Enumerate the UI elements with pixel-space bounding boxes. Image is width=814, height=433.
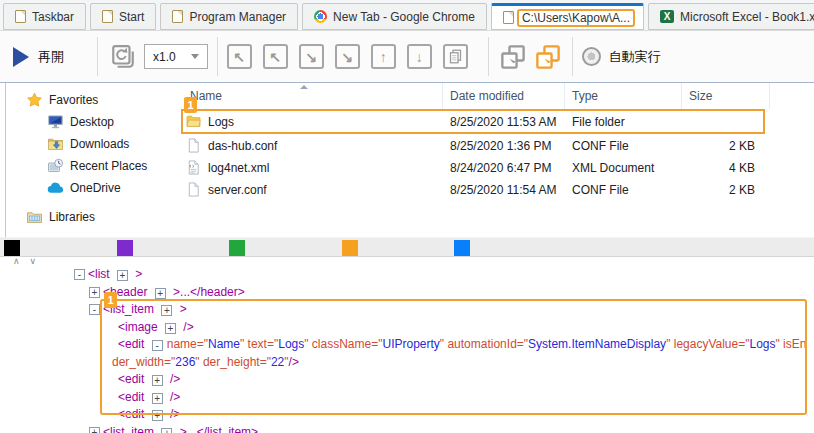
- tree-token: " className=": [304, 337, 382, 351]
- tree-node[interactable]: <edit + />: [0, 389, 814, 407]
- file-row-server-conf[interactable]: server.conf8/25/2020 11:54 AMCONF File2 …: [183, 179, 763, 200]
- tree-node[interactable]: der_width="236" der_height="22"/>: [0, 354, 814, 372]
- sidebar-item-label: Favorites: [49, 93, 98, 107]
- arrow-up-left-button[interactable]: ↖: [263, 44, 288, 69]
- sort-ascending-icon: [300, 85, 308, 89]
- arrow-down-right-button[interactable]: ↘: [299, 44, 324, 69]
- file-name: das-hub.conf: [208, 139, 277, 153]
- attr-expander-icon[interactable]: +: [161, 428, 172, 433]
- splitter-collapse-buttons[interactable]: ∧∨: [13, 257, 46, 266]
- attr-expander-icon[interactable]: +: [165, 323, 176, 334]
- tree-node[interactable]: -<list + >: [0, 266, 814, 284]
- tab-microsoft-excel-book1-xlsx[interactable]: Microsoft Excel - Book1.xlsx: [648, 3, 814, 30]
- color-swatch-4: [342, 240, 358, 256]
- file-row-logs[interactable]: 1Logs8/25/2020 11:53 AMFile folder: [183, 111, 763, 132]
- tab-c-users-kapow-a[interactable]: C:\Users\Kapow\A...: [491, 3, 644, 30]
- play-icon: [13, 47, 29, 67]
- color-strip: [0, 237, 814, 257]
- arrow-down-right-bar-button[interactable]: ↘: [335, 44, 360, 69]
- tab-bar: TaskbarStartProgram ManagerNew Tab - Goo…: [0, 0, 814, 31]
- page-step-gray-button[interactable]: [500, 44, 526, 70]
- reload-page-button[interactable]: [110, 44, 136, 70]
- column-header-date-modified[interactable]: Date modified: [443, 83, 565, 109]
- pages-button[interactable]: [443, 44, 468, 69]
- tree-node[interactable]: -<list_item + >: [0, 301, 814, 319]
- tab-taskbar[interactable]: Taskbar: [3, 3, 86, 30]
- tree-node[interactable]: +<list_item + > </list_item>: [0, 424, 814, 433]
- attr-expander-icon[interactable]: +: [152, 393, 163, 404]
- column-header-name[interactable]: Name: [183, 83, 443, 109]
- autorun-toggle[interactable]: 自動実行: [582, 47, 661, 66]
- column-header-row: NameDate modifiedTypeSize: [183, 83, 814, 109]
- resume-label: 再開: [38, 48, 64, 66]
- file-type: XML Document: [565, 161, 682, 175]
- tree-node[interactable]: <edit + />: [0, 371, 814, 389]
- tree-token: <edit: [118, 372, 148, 386]
- page-step-buttons: [500, 44, 561, 70]
- tree-node[interactable]: <edit -name="Name" text="Logs" className…: [0, 336, 805, 354]
- tree-expander[interactable]: +: [89, 287, 100, 298]
- tree-node[interactable]: <edit + />: [0, 406, 814, 424]
- record-circle-icon: [582, 47, 601, 66]
- autorun-label: 自動実行: [609, 48, 661, 66]
- zoom-level-select[interactable]: x1.0: [144, 44, 208, 69]
- tab-program-manager[interactable]: Program Manager: [160, 3, 298, 30]
- file-row-log4net-xml[interactable]: log4net.xml8/24/2020 6:47 PMXML Document…: [183, 157, 763, 178]
- page-step-orange-button[interactable]: [535, 44, 561, 70]
- sidebar-item-label: Downloads: [70, 137, 129, 151]
- tree-token: />: [167, 407, 181, 421]
- tree-node[interactable]: <image + />: [0, 319, 814, 337]
- tree-token: Logs: [278, 337, 304, 351]
- tree-token: <edit: [118, 390, 148, 404]
- tab-label: Taskbar: [32, 10, 74, 24]
- file-date: 8/25/2020 1:36 PM: [443, 139, 565, 153]
- desktop-icon: [47, 114, 64, 130]
- sidebar-item-recent-places[interactable]: Recent Places: [6, 155, 183, 177]
- arrow-down-button[interactable]: ↓: [407, 44, 432, 69]
- arrow-up-left-corner-button[interactable]: ↖: [227, 44, 252, 69]
- file-size: 4 KB: [682, 161, 763, 175]
- toolbar-separator: [572, 37, 573, 76]
- tree-expander[interactable]: +: [89, 427, 100, 433]
- sidebar-item-libraries[interactable]: Libraries: [6, 206, 183, 228]
- tree-token: name=": [167, 337, 208, 351]
- tree-token: Logs: [749, 337, 775, 351]
- arrow-up-button[interactable]: ↑: [371, 44, 396, 69]
- file-name-cell: das-hub.conf: [183, 138, 443, 153]
- sidebar-item-desktop[interactable]: Desktop: [6, 111, 183, 133]
- color-swatch-2: [117, 240, 133, 256]
- resume-button[interactable]: 再開: [13, 47, 64, 67]
- attr-expander-icon[interactable]: +: [155, 288, 166, 299]
- color-swatch-3: [229, 240, 245, 256]
- xml-tree: -<list + >+<header + >...</header>-<list…: [0, 266, 814, 433]
- file-explorer: FavoritesDesktopDownloadsRecent PlacesOn…: [0, 83, 814, 237]
- tree-expander[interactable]: -: [74, 269, 85, 280]
- attr-expander-icon[interactable]: +: [152, 375, 163, 386]
- sidebar-item-label: Recent Places: [70, 159, 147, 173]
- tab-start[interactable]: Start: [90, 3, 156, 30]
- tree-node[interactable]: +<header + >...</header>: [0, 284, 814, 302]
- file-row-das-hub-conf[interactable]: das-hub.conf8/25/2020 1:36 PMCONF File2 …: [183, 135, 763, 156]
- tab-label: Program Manager: [189, 10, 286, 24]
- file-name: Logs: [208, 115, 234, 129]
- attr-expander-icon[interactable]: +: [152, 410, 163, 421]
- toolbar-separator: [488, 37, 489, 76]
- file-name-cell: log4net.xml: [183, 160, 443, 175]
- folder-icon: [186, 114, 201, 129]
- column-header-size[interactable]: Size: [682, 83, 770, 109]
- tab-new-tab-google-chrome[interactable]: New Tab - Google Chrome: [302, 3, 487, 30]
- attr-expander-icon[interactable]: -: [152, 340, 163, 351]
- sidebar-item-favorites[interactable]: Favorites: [6, 89, 183, 111]
- sidebar-item-label: OneDrive: [70, 181, 121, 195]
- sidebar-item-onedrive[interactable]: OneDrive: [6, 177, 183, 199]
- tree-token: />: [167, 372, 181, 386]
- tree-expander[interactable]: -: [89, 304, 100, 315]
- column-header-type[interactable]: Type: [565, 83, 682, 109]
- sidebar-item-downloads[interactable]: Downloads: [6, 133, 183, 155]
- file-rows: 1Logs8/25/2020 11:53 AMFile folderdas-hu…: [183, 111, 814, 200]
- tree-token: <list: [88, 267, 113, 281]
- attr-expander-icon[interactable]: +: [117, 270, 128, 281]
- sidebar-group-gap: [6, 199, 183, 206]
- excel-icon: [660, 10, 674, 23]
- attr-expander-icon[interactable]: +: [161, 305, 172, 316]
